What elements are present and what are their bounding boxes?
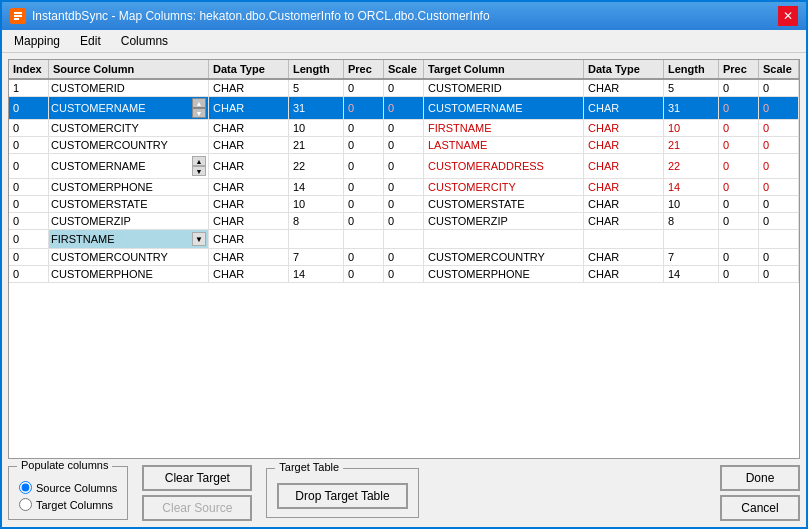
clear-source-button[interactable]: Clear Source xyxy=(142,495,252,521)
cell-tgt-col: CUSTOMERNAME xyxy=(424,97,584,119)
cell-src-col[interactable]: CUSTOMERNAME ▲ ▼ xyxy=(49,97,209,119)
table-row[interactable]: 1 CUSTOMERID CHAR 5 0 0 CUSTOMERID CHAR … xyxy=(9,80,799,97)
table-row[interactable]: 0 CUSTOMERZIP CHAR 8 0 0 CUSTOMERZIP CHA… xyxy=(9,213,799,230)
cell-tgt-type: CHAR xyxy=(584,97,664,119)
cell-src-col[interactable]: CUSTOMERCITY xyxy=(49,120,209,136)
populate-columns-group: Populate columns Source Columns Target C… xyxy=(8,466,128,520)
src-scroll-down[interactable]: ▼ xyxy=(192,166,206,176)
table-row[interactable]: 0 CUSTOMERCITY CHAR 10 0 0 FIRSTNAME CHA… xyxy=(9,120,799,137)
cell-src-scale: 0 xyxy=(384,266,424,282)
svg-rect-1 xyxy=(14,12,22,14)
cell-src-prec: 0 xyxy=(344,266,384,282)
cell-tgt-type: CHAR xyxy=(584,179,664,195)
cell-tgt-type: CHAR xyxy=(584,120,664,136)
col-header-tgt-len: Length xyxy=(664,60,719,78)
menu-edit[interactable]: Edit xyxy=(72,32,109,50)
col-header-src-prec: Prec xyxy=(344,60,384,78)
col-header-src-scale: Scale xyxy=(384,60,424,78)
cell-index: 1 xyxy=(9,80,49,96)
cell-tgt-scale: 0 xyxy=(759,154,799,178)
cell-tgt-len: 10 xyxy=(664,120,719,136)
cell-index: 0 xyxy=(9,213,49,229)
cell-tgt-scale: 0 xyxy=(759,196,799,212)
cell-src-prec: 0 xyxy=(344,120,384,136)
close-button[interactable]: ✕ xyxy=(778,6,798,26)
cell-src-scale: 0 xyxy=(384,196,424,212)
cell-tgt-scale: 0 xyxy=(759,213,799,229)
cell-src-col[interactable]: CUSTOMERSTATE xyxy=(49,196,209,212)
grid-body: 1 CUSTOMERID CHAR 5 0 0 CUSTOMERID CHAR … xyxy=(9,80,799,458)
cell-src-prec: 0 xyxy=(344,80,384,96)
dropdown-btn[interactable]: ▼ xyxy=(192,232,206,246)
cell-tgt-scale: 0 xyxy=(759,120,799,136)
table-row[interactable]: 0 CUSTOMERNAME ▲ ▼ CHAR 22 0 0 CUSTOME xyxy=(9,154,799,179)
cell-tgt-scale: 0 xyxy=(759,80,799,96)
scroll-down-btn[interactable]: ▼ xyxy=(192,108,206,118)
cell-index: 0 xyxy=(9,97,49,119)
cell-tgt-scale: 0 xyxy=(759,97,799,119)
done-button[interactable]: Done xyxy=(720,465,800,491)
source-columns-radio[interactable] xyxy=(19,481,32,494)
target-columns-label[interactable]: Target Columns xyxy=(36,499,113,511)
cell-tgt-type: CHAR xyxy=(584,213,664,229)
grid-header: Index Source Column Data Type Length Pre… xyxy=(9,60,799,80)
cell-src-col[interactable]: CUSTOMERPHONE xyxy=(49,179,209,195)
table-row[interactable]: 0 CUSTOMERPHONE CHAR 14 0 0 CUSTOMERCITY… xyxy=(9,179,799,196)
drop-target-table-button[interactable]: Drop Target Table xyxy=(277,483,407,509)
menu-mapping[interactable]: Mapping xyxy=(6,32,68,50)
cell-src-len: 5 xyxy=(289,80,344,96)
cell-tgt-col: CUSTOMERSTATE xyxy=(424,196,584,212)
cell-tgt-col: CUSTOMERZIP xyxy=(424,213,584,229)
cell-src-col[interactable]: CUSTOMERCOUNTRY xyxy=(49,137,209,153)
target-table-group: Target Table Drop Target Table xyxy=(266,468,418,518)
svg-rect-2 xyxy=(14,15,22,17)
table-row[interactable]: 0 CUSTOMERNAME ▲ ▼ CHAR 31 0 0 CUSTOME xyxy=(9,97,799,120)
cell-tgt-prec: 0 xyxy=(719,249,759,265)
cell-tgt-scale: 0 xyxy=(759,179,799,195)
clear-target-button[interactable]: Clear Target xyxy=(142,465,252,491)
cell-src-len: 10 xyxy=(289,120,344,136)
table-row[interactable]: 0 CUSTOMERPHONE CHAR 14 0 0 CUSTOMERPHON… xyxy=(9,266,799,283)
cell-src-type: CHAR xyxy=(209,266,289,282)
cell-tgt-col: CUSTOMERPHONE xyxy=(424,266,584,282)
cell-src-col[interactable]: FIRSTNAME ▼ xyxy=(49,230,209,248)
cell-index: 0 xyxy=(9,179,49,195)
cell-src-col[interactable]: CUSTOMERNAME ▲ ▼ xyxy=(49,154,209,178)
scroll-up-btn[interactable]: ▲ xyxy=(192,98,206,108)
svg-rect-3 xyxy=(14,18,19,20)
cell-tgt-prec: 0 xyxy=(719,179,759,195)
populate-group-label: Populate columns xyxy=(17,459,112,471)
cell-src-prec: 0 xyxy=(344,97,384,119)
cell-src-type: CHAR xyxy=(209,230,289,248)
cancel-button[interactable]: Cancel xyxy=(720,495,800,521)
menu-columns[interactable]: Columns xyxy=(113,32,176,50)
cell-src-scale: 0 xyxy=(384,120,424,136)
source-columns-label[interactable]: Source Columns xyxy=(36,482,117,494)
table-row[interactable]: 0 CUSTOMERCOUNTRY CHAR 21 0 0 LASTNAME C… xyxy=(9,137,799,154)
cell-src-col[interactable]: CUSTOMERZIP xyxy=(49,213,209,229)
cell-src-type: CHAR xyxy=(209,179,289,195)
cell-tgt-col: CUSTOMERID xyxy=(424,80,584,96)
cell-src-len: 21 xyxy=(289,137,344,153)
cell-src-col[interactable]: CUSTOMERPHONE xyxy=(49,266,209,282)
cell-src-prec: 0 xyxy=(344,196,384,212)
target-columns-radio[interactable] xyxy=(19,498,32,511)
table-row[interactable]: 0 CUSTOMERCOUNTRY CHAR 7 0 0 CUSTOMERCOU… xyxy=(9,249,799,266)
cell-tgt-type: CHAR xyxy=(584,137,664,153)
cell-src-col[interactable]: CUSTOMERID xyxy=(49,80,209,96)
col-header-tgt-scale: Scale xyxy=(759,60,799,78)
populate-actions: Clear Target Clear Source xyxy=(142,465,252,521)
cell-src-len: 14 xyxy=(289,266,344,282)
col-header-tgt-type: Data Type xyxy=(584,60,664,78)
cell-src-col[interactable]: CUSTOMERCOUNTRY xyxy=(49,249,209,265)
cell-tgt-scale: 0 xyxy=(759,137,799,153)
cell-tgt-prec: 0 xyxy=(719,266,759,282)
table-row[interactable]: 0 CUSTOMERSTATE CHAR 10 0 0 CUSTOMERSTAT… xyxy=(9,196,799,213)
cell-tgt-col: FIRSTNAME xyxy=(424,120,584,136)
table-row[interactable]: 0 FIRSTNAME ▼ CHAR xyxy=(9,230,799,249)
cell-tgt-type: CHAR xyxy=(584,80,664,96)
col-header-src-type: Data Type xyxy=(209,60,289,78)
cell-index: 0 xyxy=(9,249,49,265)
src-scroll-up[interactable]: ▲ xyxy=(192,156,206,166)
grid-container: Index Source Column Data Type Length Pre… xyxy=(8,59,800,459)
